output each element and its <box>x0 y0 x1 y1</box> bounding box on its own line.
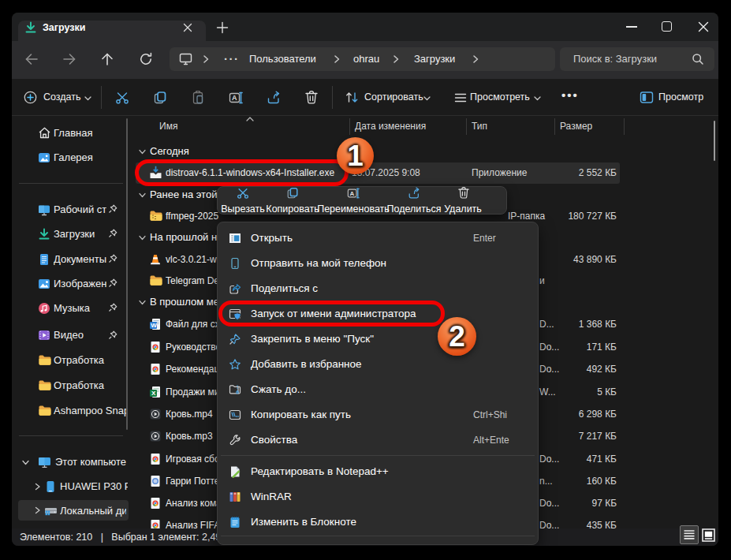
svg-text:A: A <box>232 94 237 102</box>
svg-text:W: W <box>151 322 157 329</box>
svg-text:X: X <box>151 390 156 397</box>
svg-text:A: A <box>350 190 355 197</box>
